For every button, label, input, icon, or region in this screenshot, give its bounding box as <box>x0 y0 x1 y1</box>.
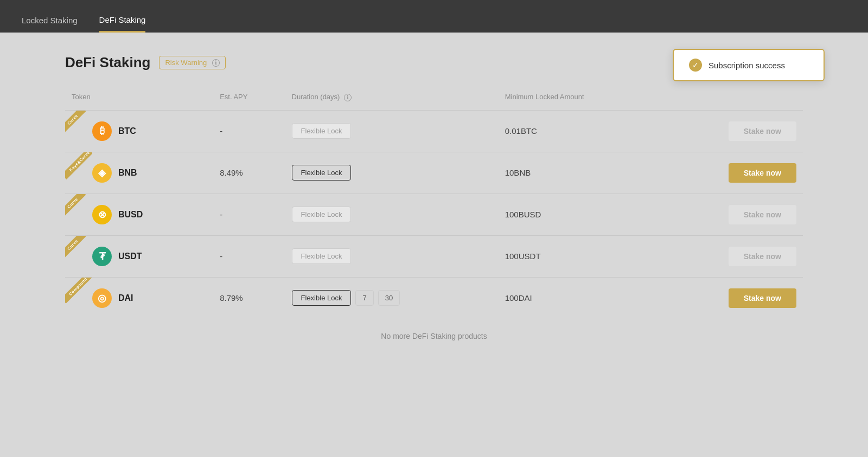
top-navigation: Locked Staking DeFi Staking <box>0 0 868 33</box>
token-cell-btc: Curve₿BTC <box>65 110 213 152</box>
flex-lock-btn-busd[interactable]: Flexible Lock <box>292 207 352 222</box>
ribbon-btc: Curve <box>65 111 92 138</box>
stake-cell-dai: Stake now <box>661 277 803 319</box>
table-row: Compound◎DAI8.79%Flexible Lock730100DAIS… <box>65 277 803 319</box>
ribbon-usdt: Curve <box>65 236 92 263</box>
col-header-action <box>661 88 803 110</box>
risk-warning-label: Risk Warning <box>165 59 207 67</box>
table-row: Keys&Curve◈BNB8.49%Flexible Lock10BNBSta… <box>65 152 803 194</box>
min-amount-bnb: 10BNB <box>499 152 661 194</box>
col-header-min-amount: Minimum Locked Amount <box>499 88 661 110</box>
flex-lock-btn-bnb[interactable]: Flexible Lock <box>292 165 352 181</box>
min-amount-usdt: 100USDT <box>499 235 661 277</box>
risk-warning-button[interactable]: Risk Warning ℹ <box>159 56 226 69</box>
token-name-busd: BUSD <box>118 210 143 220</box>
token-cell-bnb: Keys&Curve◈BNB <box>65 152 213 194</box>
flex-lock-btn-usdt[interactable]: Flexible Lock <box>292 248 352 264</box>
stake-cell-busd: Stake now <box>661 194 803 235</box>
flex-lock-btn-dai[interactable]: Flexible Lock <box>292 290 352 306</box>
stake-cell-usdt: Stake now <box>661 235 803 277</box>
min-amount-dai: 100DAI <box>499 277 661 319</box>
duration-inner-usdt: Flexible Lock <box>292 248 492 264</box>
min-amount-btc: 0.01BTC <box>499 110 661 152</box>
toast-message: Subscription success <box>709 61 785 70</box>
ribbon-text-busd: Curve <box>65 194 86 216</box>
tab-locked-staking[interactable]: Locked Staking <box>22 16 78 33</box>
ribbon-bnb: Keys&Curve <box>65 152 92 179</box>
token-cell-usdt: Curve₮USDT <box>65 235 213 277</box>
stake-cell-btc: Stake now <box>661 110 803 152</box>
apy-btc: - <box>213 110 285 152</box>
duration-inner-dai: Flexible Lock730 <box>292 290 492 306</box>
staking-table: Token Est. APY Duration (days) ℹ Minimum… <box>65 88 803 319</box>
ribbon-dai: Compound <box>65 278 92 305</box>
apy-usdt: - <box>213 235 285 277</box>
token-icon-busd: ⊗ <box>92 205 112 224</box>
tab-defi-staking[interactable]: DeFi Staking <box>99 15 146 33</box>
apy-dai: 8.79% <box>213 277 285 319</box>
token-name-dai: DAI <box>118 293 133 303</box>
token-inner-bnb: ◈BNB <box>92 163 207 183</box>
token-cell-busd: Curve⊗BUSD <box>65 194 213 235</box>
duration-cell-btc: Flexible Lock <box>285 110 499 152</box>
subscription-toast: ✓ Subscription success <box>673 49 825 81</box>
table-row: Curve₮USDT-Flexible Lock100USDTStake now <box>65 235 803 277</box>
duration-day-btn-dai-30[interactable]: 30 <box>378 290 400 306</box>
token-icon-usdt: ₮ <box>92 247 112 266</box>
duration-day-btn-dai-7[interactable]: 7 <box>355 290 373 306</box>
main-content: DeFi Staking Risk Warning ℹ Token Est. A… <box>0 33 868 375</box>
apy-bnb: 8.49% <box>213 152 285 194</box>
token-name-btc: BTC <box>118 126 136 136</box>
page-title: DeFi Staking <box>65 54 150 71</box>
flex-lock-btn-btc[interactable]: Flexible Lock <box>292 123 352 139</box>
stake-button-btc: Stake now <box>729 121 796 141</box>
stake-button-usdt: Stake now <box>729 247 796 266</box>
ribbon-busd: Curve <box>65 194 92 221</box>
duration-inner-btc: Flexible Lock <box>292 123 492 139</box>
ribbon-text-bnb: Keys&Curve <box>65 152 92 179</box>
duration-inner-busd: Flexible Lock <box>292 207 492 222</box>
risk-warning-info-icon[interactable]: ℹ <box>212 59 220 67</box>
ribbon-text-btc: Curve <box>65 111 86 133</box>
apy-busd: - <box>213 194 285 235</box>
token-cell-dai: Compound◎DAI <box>65 277 213 319</box>
duration-cell-bnb: Flexible Lock <box>285 152 499 194</box>
stake-button-bnb[interactable]: Stake now <box>729 163 796 183</box>
toast-success-icon: ✓ <box>689 59 702 72</box>
stake-button-dai[interactable]: Stake now <box>729 288 796 308</box>
col-header-apy: Est. APY <box>213 88 285 110</box>
token-icon-dai: ◎ <box>92 288 112 308</box>
duration-cell-busd: Flexible Lock <box>285 194 499 235</box>
token-name-usdt: USDT <box>118 252 142 261</box>
token-inner-usdt: ₮USDT <box>92 247 207 266</box>
token-icon-bnb: ◈ <box>92 163 112 183</box>
ribbon-text-dai: Compound <box>65 278 92 304</box>
duration-inner-bnb: Flexible Lock <box>292 165 492 181</box>
token-inner-btc: ₿BTC <box>92 121 207 141</box>
col-header-token: Token <box>65 88 213 110</box>
token-icon-btc: ₿ <box>92 121 112 141</box>
stake-cell-bnb: Stake now <box>661 152 803 194</box>
token-inner-dai: ◎DAI <box>92 288 207 308</box>
min-amount-busd: 100BUSD <box>499 194 661 235</box>
duration-cell-dai: Flexible Lock730 <box>285 277 499 319</box>
footer-message: No more DeFi Staking products <box>65 319 803 353</box>
table-row: Curve₿BTC-Flexible Lock0.01BTCStake now <box>65 110 803 152</box>
table-row: Curve⊗BUSD-Flexible Lock100BUSDStake now <box>65 194 803 235</box>
token-name-bnb: BNB <box>118 168 137 178</box>
ribbon-text-usdt: Curve <box>65 236 86 258</box>
duration-info-icon[interactable]: ℹ <box>344 94 352 101</box>
stake-button-busd: Stake now <box>729 205 796 224</box>
col-header-duration: Duration (days) ℹ <box>285 88 499 110</box>
token-inner-busd: ⊗BUSD <box>92 205 207 224</box>
duration-cell-usdt: Flexible Lock <box>285 235 499 277</box>
